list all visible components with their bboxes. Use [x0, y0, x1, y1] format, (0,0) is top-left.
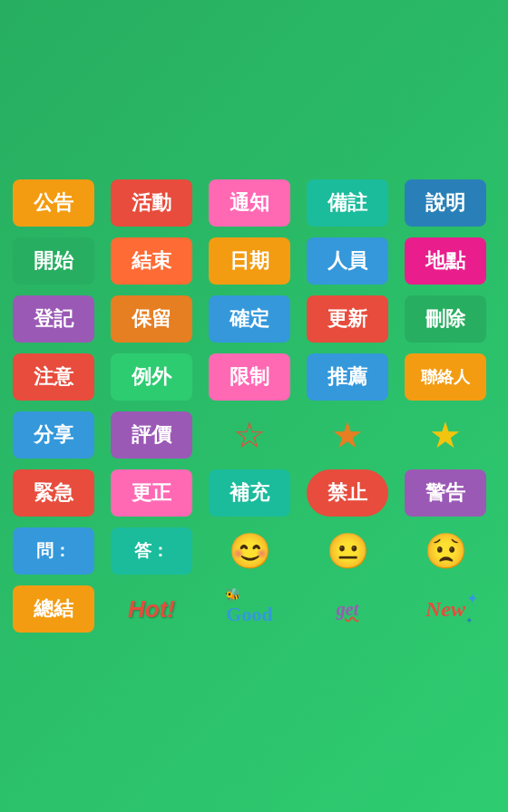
- tag-answer[interactable]: 答：: [111, 527, 192, 575]
- new-label[interactable]: New ✦ ✦: [405, 585, 486, 633]
- tag-notice[interactable]: 通知: [209, 179, 290, 227]
- emoji-sticker-grid: 公告 活動 通知 備註 說明 開始 結束 日期 人員 地點 登記 保留 確定 更…: [0, 161, 508, 651]
- hot-label[interactable]: Hot!: [111, 585, 192, 633]
- tag-urgent[interactable]: 緊急: [13, 469, 94, 517]
- star-filled-icon[interactable]: ★: [405, 411, 486, 459]
- get-label[interactable]: get: [307, 585, 388, 633]
- tag-note[interactable]: 備註: [307, 179, 388, 227]
- tag-share[interactable]: 分享: [13, 411, 94, 459]
- tag-exception[interactable]: 例外: [111, 353, 192, 401]
- sad-emoji[interactable]: 😟: [405, 527, 486, 575]
- tag-contact[interactable]: 聯絡人: [405, 353, 486, 401]
- tag-reserve[interactable]: 保留: [111, 295, 192, 343]
- tag-delete[interactable]: 刪除: [405, 295, 486, 343]
- tag-location[interactable]: 地點: [405, 237, 486, 285]
- tag-attention[interactable]: 注意: [13, 353, 94, 401]
- good-label[interactable]: 🐝 Good: [209, 585, 290, 633]
- tag-date[interactable]: 日期: [209, 237, 290, 285]
- tag-gongao[interactable]: 公告: [13, 179, 94, 227]
- tag-limit[interactable]: 限制: [209, 353, 290, 401]
- tag-question[interactable]: 問：: [13, 527, 94, 575]
- tag-update[interactable]: 更新: [307, 295, 388, 343]
- neutral-emoji[interactable]: 😐: [307, 527, 388, 575]
- tag-activity[interactable]: 活動: [111, 179, 192, 227]
- tag-explain[interactable]: 說明: [405, 179, 486, 227]
- tag-register[interactable]: 登記: [13, 295, 94, 343]
- tag-end[interactable]: 結束: [111, 237, 192, 285]
- tag-supplement[interactable]: 補充: [209, 469, 290, 517]
- tag-confirm[interactable]: 確定: [209, 295, 290, 343]
- tag-warning[interactable]: 警告: [405, 469, 486, 517]
- tag-forbidden[interactable]: 禁止: [307, 469, 388, 517]
- tag-correct[interactable]: 更正: [111, 469, 192, 517]
- tag-person[interactable]: 人員: [307, 237, 388, 285]
- tag-summary[interactable]: 總結: [13, 585, 94, 633]
- star-half-icon[interactable]: ★: [307, 411, 388, 459]
- tag-review[interactable]: 評價: [111, 411, 192, 459]
- tag-start[interactable]: 開始: [13, 237, 94, 285]
- star-outline-icon[interactable]: ☆: [209, 411, 290, 459]
- tag-recommend[interactable]: 推薦: [307, 353, 388, 401]
- smile-emoji[interactable]: 😊: [209, 527, 290, 575]
